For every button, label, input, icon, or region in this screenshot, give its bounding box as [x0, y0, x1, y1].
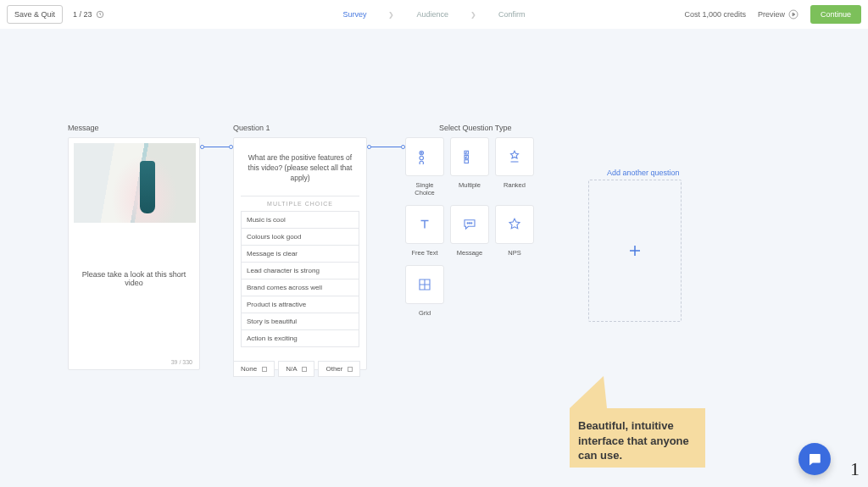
question-type-panel: Single Choice Multiple Ranked Free Text …	[405, 137, 534, 322]
option-list: Music is cool Colours look good Message …	[241, 212, 359, 347]
intercom-icon	[807, 451, 822, 467]
chevron-right-icon: ❯	[470, 11, 476, 19]
special-option-row: None N/A Other	[233, 361, 360, 377]
option-item[interactable]: Brand comes across well	[241, 279, 359, 296]
question-prompt: What are the positive features of this v…	[234, 138, 366, 192]
type-label: Grid	[405, 309, 444, 317]
checklist-icon	[462, 149, 477, 164]
option-none[interactable]: None	[233, 361, 275, 377]
question-type-label: MULTIPLE CHOICE	[241, 196, 359, 212]
builder-canvas: Message Question 1 Select Question Type …	[0, 29, 868, 487]
counter-slash: /	[77, 10, 84, 19]
marketing-callout: Beautiful, intuitive interface that anyo…	[570, 408, 705, 468]
type-ranked[interactable]	[495, 137, 534, 176]
credit-cost: Cost 1,000 credits	[684, 10, 746, 19]
type-label: Multiple	[450, 181, 489, 196]
option-item[interactable]: Action is exciting	[241, 330, 359, 347]
play-circle-icon	[788, 9, 798, 19]
page-number: 1	[850, 458, 860, 480]
wizard-steps: Survey ❯ Audience ❯ Confirm	[342, 10, 525, 19]
step-survey[interactable]: Survey	[342, 10, 366, 19]
type-label: Free Text	[405, 249, 444, 257]
preview-button[interactable]: Preview	[758, 9, 798, 19]
svg-rect-8	[465, 160, 469, 163]
clock-icon	[96, 10, 104, 19]
option-item[interactable]: Story is beautiful	[241, 313, 359, 330]
add-question-placeholder[interactable]	[588, 180, 682, 322]
type-single-choice[interactable]	[405, 137, 444, 176]
grid-icon	[417, 277, 432, 292]
plus-icon	[627, 243, 643, 258]
option-item[interactable]: Music is cool	[241, 212, 359, 229]
types-column-label: Select Question Type	[439, 124, 511, 132]
checkbox-icon	[302, 367, 307, 372]
svg-point-10	[469, 223, 470, 224]
step-audience[interactable]: Audience	[416, 10, 448, 19]
preview-label: Preview	[758, 10, 785, 19]
option-item[interactable]: Message is clear	[241, 246, 359, 263]
type-nps[interactable]	[495, 205, 534, 244]
char-counter: 39 / 330	[171, 359, 192, 365]
chevron-right-icon: ❯	[388, 11, 394, 19]
radio-list-icon	[417, 149, 432, 164]
ranked-icon	[507, 149, 522, 164]
type-label: Message	[450, 249, 489, 257]
type-message[interactable]	[450, 205, 489, 244]
type-multiple[interactable]	[450, 137, 489, 176]
save-quit-button[interactable]: Save & Quit	[7, 5, 63, 24]
option-item[interactable]: Colours look good	[241, 229, 359, 246]
counter-total: 23	[84, 10, 92, 19]
type-label: Ranked	[495, 181, 534, 196]
checkbox-icon	[348, 367, 353, 372]
step-confirm[interactable]: Confirm	[498, 10, 526, 19]
text-icon	[417, 217, 432, 232]
header-bar: Save & Quit 1 / 23 Survey ❯ Audience ❯ C…	[0, 0, 868, 29]
connector-line	[200, 143, 233, 150]
star-icon	[507, 217, 522, 232]
svg-point-9	[467, 223, 468, 224]
message-column-label: Message	[68, 124, 99, 132]
svg-point-5	[420, 161, 424, 164]
header-right: Cost 1,000 credits Preview Continue	[684, 5, 861, 24]
type-grid[interactable]	[405, 265, 444, 304]
add-question-link[interactable]: Add another question	[607, 169, 680, 177]
option-item[interactable]: Product is attractive	[241, 296, 359, 313]
video-thumbnail[interactable]	[74, 143, 196, 223]
message-card[interactable]: Please take a look at this short video 3…	[68, 137, 200, 370]
question-card[interactable]: What are the positive features of this v…	[233, 137, 367, 370]
chat-bubble-icon	[462, 217, 477, 232]
svg-point-4	[420, 156, 424, 160]
continue-button[interactable]: Continue	[810, 5, 861, 24]
type-label: NPS	[495, 249, 534, 257]
checkbox-icon	[262, 367, 267, 372]
option-na[interactable]: N/A	[278, 361, 314, 377]
option-other[interactable]: Other	[318, 361, 360, 377]
type-free-text[interactable]	[405, 205, 444, 244]
connector-line	[367, 143, 405, 150]
question-counter: 1 / 23	[73, 10, 104, 19]
type-label: Single Choice	[405, 181, 444, 196]
message-body: Please take a look at this short video	[69, 270, 199, 287]
svg-point-11	[471, 223, 472, 224]
chat-launcher-button[interactable]	[798, 443, 831, 475]
svg-point-3	[421, 152, 423, 154]
option-item[interactable]: Lead character is strong	[241, 263, 359, 279]
question-column-label: Question 1	[233, 124, 270, 132]
